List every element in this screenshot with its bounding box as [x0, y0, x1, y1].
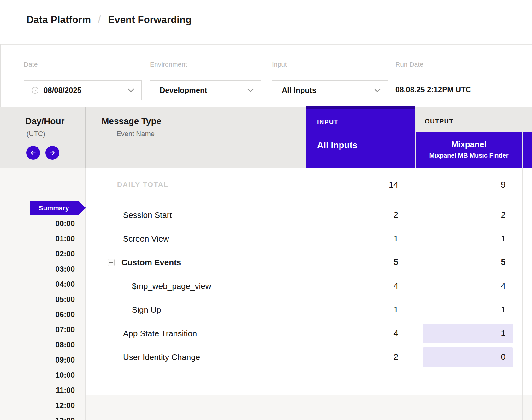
- run-date-label: Run Date: [395, 61, 423, 69]
- hour-label[interactable]: 11:00: [24, 386, 75, 395]
- column-divider: [522, 168, 523, 420]
- hour-label[interactable]: 02:00: [24, 249, 75, 259]
- output-count-cell: 1: [436, 328, 505, 339]
- daily-total-output-count: 9: [436, 180, 505, 190]
- header-divider: [0, 44, 532, 45]
- next-day-button[interactable]: [45, 146, 59, 160]
- input-column-header[interactable]: INPUT All Inputs: [306, 106, 415, 168]
- event-row-label: App State Transition: [123, 328, 197, 339]
- input-section-label: INPUT: [317, 118, 339, 126]
- input-count-cell: 2: [329, 210, 398, 220]
- breadcrumb-section[interactable]: Data Platform: [27, 14, 91, 26]
- output-count-cell: 5: [436, 257, 505, 267]
- input-count-cell: 2: [329, 352, 398, 362]
- environment-filter-label: Environment: [150, 61, 187, 69]
- date-filter-label: Date: [24, 61, 38, 69]
- hour-label[interactable]: 04:00: [24, 279, 75, 289]
- input-count-cell: 1: [329, 233, 398, 244]
- day-hour-timezone: (UTC): [27, 130, 45, 138]
- message-type-header: Message Type: [102, 116, 161, 126]
- chevron-down-icon: [127, 88, 134, 93]
- event-row-label: $mp_web_page_view: [132, 281, 211, 291]
- breadcrumb: Data Platform / Event Forwarding: [27, 13, 192, 27]
- summary-tag-label: Summary: [39, 204, 69, 212]
- breadcrumb-separator: /: [98, 13, 101, 26]
- input-count-cell: 4: [329, 281, 398, 291]
- hour-label[interactable]: 13:00: [24, 416, 75, 420]
- daily-total-input-count: 14: [329, 180, 398, 190]
- input-count-cell: 5: [329, 257, 398, 267]
- environment-value: Development: [160, 86, 207, 95]
- hour-label[interactable]: 08:00: [24, 340, 75, 350]
- previous-day-button[interactable]: [26, 146, 40, 160]
- hour-label[interactable]: 00:00: [24, 219, 75, 228]
- hour-label[interactable]: 12:00: [24, 401, 75, 410]
- output-column-header[interactable]: Mixpanel Mixpanel MB Music Finder: [416, 132, 522, 168]
- column-divider: [85, 107, 86, 168]
- clock-icon: [31, 86, 39, 94]
- output-count-cell: 2: [436, 210, 505, 220]
- event-row-label: Sign Up: [132, 305, 161, 315]
- next-output-column-partial[interactable]: [523, 132, 532, 168]
- output-count-cell: 4: [436, 281, 505, 291]
- output-count-cell: 0: [436, 352, 505, 362]
- hour-label[interactable]: 06:00: [24, 310, 75, 319]
- date-value: 08/08/2025: [44, 86, 81, 95]
- collapse-toggle-icon[interactable]: [108, 259, 115, 266]
- output-count-cell: 1: [436, 304, 505, 315]
- environment-dropdown[interactable]: Development: [150, 80, 261, 100]
- breadcrumb-page: Event Forwarding: [108, 14, 192, 26]
- hour-label[interactable]: 09:00: [24, 355, 75, 365]
- event-name-subheader: Event Name: [116, 130, 155, 138]
- hour-label[interactable]: 05:00: [24, 295, 75, 304]
- run-date-value: 08.08.25 2:12PM UTC: [395, 85, 471, 96]
- output-column-subtitle: Mixpanel MB Music Finder: [416, 152, 522, 159]
- chevron-down-icon: [247, 88, 254, 93]
- event-row-label: Screen View: [123, 234, 169, 244]
- arrow-right-icon: [49, 149, 56, 157]
- hour-label[interactable]: 07:00: [24, 325, 75, 334]
- column-divider: [415, 168, 415, 420]
- output-section-label: OUTPUT: [425, 118, 453, 125]
- chevron-down-icon: [374, 88, 381, 93]
- column-divider: [85, 168, 86, 420]
- hour-label[interactable]: 01:00: [24, 234, 75, 243]
- event-row-label: Custom Events: [121, 257, 181, 268]
- event-forwarding-page: { "breadcrumb": { "section": "Data Platf…: [0, 0, 532, 420]
- input-dropdown[interactable]: All Inputs: [272, 80, 388, 100]
- input-column-title: All Inputs: [317, 140, 358, 150]
- summary-row-tag[interactable]: Summary: [30, 201, 86, 215]
- column-divider: [307, 168, 307, 420]
- output-column-title: Mixpanel: [416, 140, 522, 149]
- hour-label[interactable]: 10:00: [24, 370, 75, 380]
- event-row-label: User Identity Change: [123, 352, 200, 363]
- daily-total-divider: [85, 202, 532, 202]
- input-column-accent: [306, 106, 415, 109]
- input-count-cell: 1: [329, 304, 398, 315]
- input-filter-label: Input: [272, 61, 287, 69]
- date-dropdown[interactable]: 08/08/2025: [24, 80, 142, 100]
- table-footer-background: [85, 395, 532, 420]
- daily-total-label: DAILY TOTAL: [117, 181, 168, 189]
- input-count-cell: 4: [329, 328, 398, 339]
- arrow-left-icon: [29, 149, 37, 157]
- output-count-cell: 1: [436, 233, 505, 244]
- event-row-label: Session Start: [123, 210, 172, 220]
- day-hour-header: Day/Hour: [25, 116, 64, 126]
- input-value: All Inputs: [282, 86, 316, 95]
- minus-glyph: [109, 262, 113, 263]
- hour-label[interactable]: 03:00: [24, 264, 75, 274]
